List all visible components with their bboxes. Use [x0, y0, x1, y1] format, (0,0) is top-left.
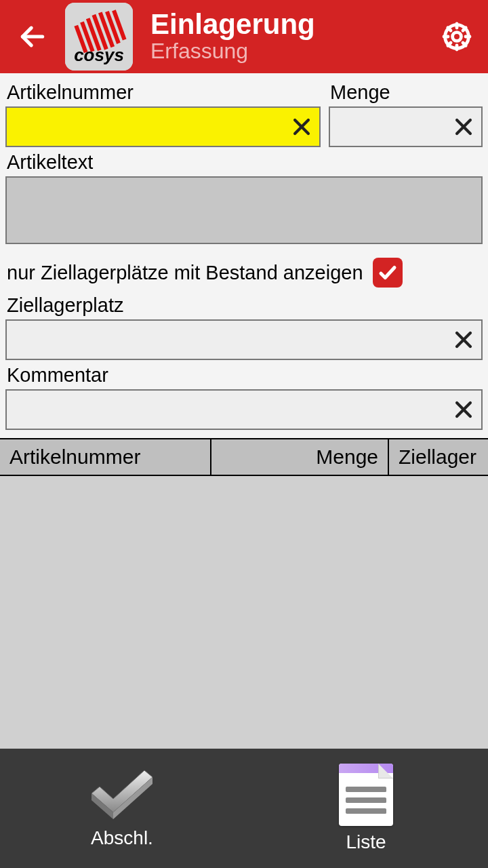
app-root: cosys Einlagerung Erfassung Artikelnumme… — [0, 0, 488, 868]
abschl-label: Abschl. — [91, 827, 153, 849]
table-body[interactable] — [0, 476, 488, 749]
close-icon — [452, 398, 475, 421]
artikelnummer-input[interactable] — [5, 106, 321, 147]
th-ziellager[interactable]: Ziellager — [388, 439, 488, 475]
svg-point-10 — [453, 33, 462, 41]
label-artikeltext: Artikeltext — [7, 151, 481, 174]
app-header: cosys Einlagerung Erfassung — [0, 0, 488, 73]
close-icon — [452, 328, 475, 351]
ziellagerplatz-input[interactable] — [5, 319, 483, 360]
check-icon — [378, 262, 398, 283]
clear-artikelnummer-button[interactable] — [287, 112, 317, 142]
close-icon — [290, 115, 313, 138]
clear-menge-button[interactable] — [449, 112, 479, 142]
form-area: Artikelnummer Menge Artikeltext — [0, 73, 488, 438]
liste-button[interactable]: Liste — [244, 749, 488, 868]
label-kommentar: Kommentar — [7, 364, 481, 387]
label-ziellager-filter: nur Ziellagerplätze mit Bestand anzeigen — [7, 262, 363, 284]
page-title: Einlagerung — [150, 9, 426, 39]
checkmark-3d-icon — [85, 768, 159, 822]
list-document-icon — [339, 764, 393, 826]
label-artikelnummer: Artikelnummer — [7, 81, 319, 104]
gear-icon — [441, 20, 473, 53]
abschl-button[interactable]: Abschl. — [0, 749, 244, 868]
clear-kommentar-button[interactable] — [449, 395, 479, 425]
close-icon — [452, 115, 475, 138]
svg-text:cosys: cosys — [74, 45, 124, 65]
th-artikelnummer[interactable]: Artikelnummer — [0, 439, 210, 475]
cosys-logo-icon: cosys — [65, 3, 133, 71]
liste-label: Liste — [346, 831, 386, 853]
table-header: Artikelnummer Menge Ziellager — [0, 438, 488, 476]
artikeltext-display — [5, 176, 483, 244]
th-menge[interactable]: Menge — [210, 439, 388, 475]
ziellager-filter-checkbox[interactable] — [373, 258, 403, 288]
arrow-left-icon — [18, 22, 47, 52]
header-titles: Einlagerung Erfassung — [150, 9, 426, 63]
settings-button[interactable] — [438, 18, 476, 56]
app-logo: cosys — [65, 3, 133, 71]
kommentar-input[interactable] — [5, 389, 483, 430]
back-button[interactable] — [12, 16, 53, 57]
clear-ziellagerplatz-button[interactable] — [449, 325, 479, 355]
bottom-bar: Abschl. Liste — [0, 749, 488, 868]
label-menge: Menge — [330, 81, 481, 104]
label-ziellagerplatz: Ziellagerplatz — [7, 294, 481, 317]
page-subtitle: Erfassung — [150, 39, 426, 63]
